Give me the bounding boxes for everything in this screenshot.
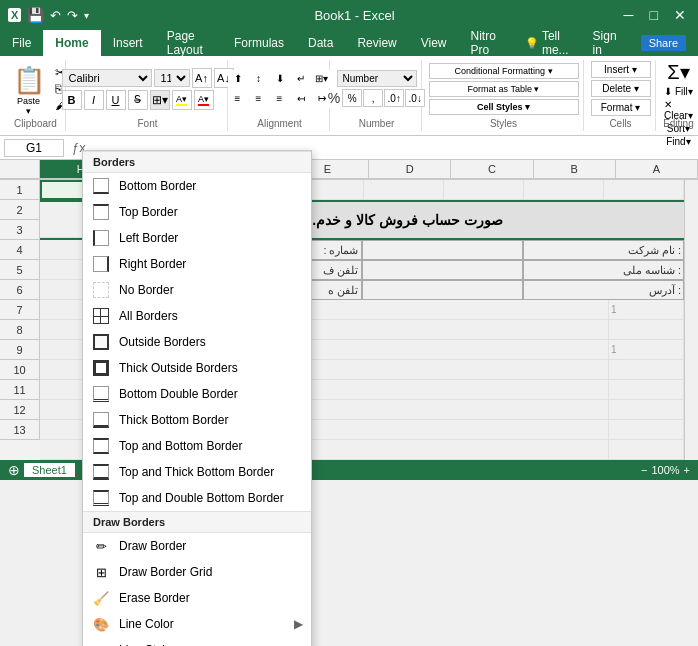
col-header-a[interactable]: A bbox=[616, 160, 698, 179]
cell-f3[interactable] bbox=[362, 240, 523, 260]
thick-outside-borders-item[interactable]: Thick Outside Borders bbox=[83, 355, 311, 381]
cell-d1[interactable] bbox=[364, 180, 444, 200]
cell-b1[interactable] bbox=[524, 180, 604, 200]
align-left-btn[interactable]: ≡ bbox=[228, 90, 248, 108]
format-as-table-btn[interactable]: Format as Table ▾ bbox=[429, 81, 579, 97]
cell-f4[interactable] bbox=[362, 260, 523, 280]
increase-decimal-btn[interactable]: .0↑ bbox=[384, 89, 404, 107]
strikethrough-button[interactable]: S̶ bbox=[128, 90, 148, 110]
draw-border-item[interactable]: ✏ Draw Border bbox=[83, 533, 311, 559]
italic-button[interactable]: I bbox=[84, 90, 104, 110]
zoom-in-btn[interactable]: + bbox=[684, 464, 690, 476]
cell-a7[interactable] bbox=[609, 320, 684, 340]
font-name-select[interactable]: Calibri bbox=[62, 69, 152, 87]
erase-border-item[interactable]: 🧹 Erase Border bbox=[83, 585, 311, 611]
tab-file[interactable]: File bbox=[0, 30, 43, 56]
cell-a1[interactable] bbox=[604, 180, 684, 200]
increase-font-btn[interactable]: A↑ bbox=[192, 68, 212, 88]
bottom-border-item[interactable]: Bottom Border bbox=[83, 173, 311, 199]
find-select-btn[interactable]: Find▾ bbox=[666, 136, 690, 147]
cell-f5[interactable] bbox=[362, 280, 523, 300]
tab-home[interactable]: Home bbox=[43, 30, 100, 56]
tab-insert[interactable]: Insert bbox=[101, 30, 155, 56]
cell-a8[interactable]: 1 bbox=[609, 340, 684, 360]
conditional-formatting-btn[interactable]: Conditional Formatting ▾ bbox=[429, 63, 579, 79]
top-bottom-border-item[interactable]: Top and Bottom Border bbox=[83, 433, 311, 459]
tab-data[interactable]: Data bbox=[296, 30, 345, 56]
cell-c1[interactable] bbox=[444, 180, 524, 200]
cell-company-label[interactable]: : نام شرکت bbox=[523, 240, 684, 260]
right-border-item[interactable]: Right Border bbox=[83, 251, 311, 277]
thick-bottom-border-item[interactable]: Thick Bottom Border bbox=[83, 407, 311, 433]
row-13[interactable]: 13 bbox=[0, 420, 40, 440]
cell-a13[interactable] bbox=[609, 440, 684, 460]
left-border-item[interactable]: Left Border bbox=[83, 225, 311, 251]
cell-national-label[interactable]: : شناسه ملی bbox=[523, 260, 684, 280]
all-borders-item[interactable]: All Borders bbox=[83, 303, 311, 329]
font-color-button[interactable]: A▾ bbox=[194, 90, 214, 110]
align-top-btn[interactable]: ⬆ bbox=[228, 70, 248, 88]
close-btn[interactable]: ✕ bbox=[670, 7, 690, 23]
cell-a11[interactable] bbox=[609, 400, 684, 420]
add-sheet-btn[interactable]: ⊕ bbox=[8, 462, 20, 478]
bottom-double-border-item[interactable]: Bottom Double Border bbox=[83, 381, 311, 407]
align-center-btn[interactable]: ≡ bbox=[249, 90, 269, 108]
row-5[interactable]: 5 bbox=[0, 260, 40, 280]
sheet-tab-1[interactable]: Sheet1 bbox=[24, 463, 75, 477]
row-8[interactable]: 8 bbox=[0, 320, 40, 340]
no-border-item[interactable]: No Border bbox=[83, 277, 311, 303]
align-bottom-btn[interactable]: ⬇ bbox=[270, 70, 290, 88]
tab-view[interactable]: View bbox=[409, 30, 459, 56]
align-right-btn[interactable]: ≡ bbox=[270, 90, 290, 108]
minimize-btn[interactable]: ─ bbox=[620, 7, 638, 23]
delete-cells-btn[interactable]: Delete ▾ bbox=[591, 80, 651, 97]
indent-decrease-btn[interactable]: ↤ bbox=[291, 90, 311, 108]
tab-nitro[interactable]: Nitro Pro bbox=[459, 30, 513, 56]
row-7[interactable]: 7 bbox=[0, 300, 40, 320]
undo-icon[interactable]: ↶ bbox=[50, 8, 61, 23]
cell-a12[interactable] bbox=[609, 420, 684, 440]
row-10[interactable]: 10 bbox=[0, 360, 40, 380]
number-format-select[interactable]: Number bbox=[337, 70, 417, 87]
fill-color-button[interactable]: A▾ bbox=[172, 90, 192, 110]
col-header-d[interactable]: D bbox=[369, 160, 451, 179]
row-3[interactable]: 3 bbox=[0, 220, 40, 240]
col-header-c[interactable]: C bbox=[451, 160, 533, 179]
percent-btn[interactable]: % bbox=[342, 89, 362, 107]
tab-tell-me[interactable]: 💡 Tell me... bbox=[513, 30, 581, 56]
top-thick-bottom-border-item[interactable]: Top and Thick Bottom Border bbox=[83, 459, 311, 485]
draw-border-grid-item[interactable]: ⊞ Draw Border Grid bbox=[83, 559, 311, 585]
tab-page-layout[interactable]: Page Layout bbox=[155, 30, 222, 56]
cell-address-label[interactable]: : آدرس bbox=[523, 280, 684, 300]
col-header-b[interactable]: B bbox=[534, 160, 616, 179]
row-12[interactable]: 12 bbox=[0, 400, 40, 420]
bold-button[interactable]: B bbox=[62, 90, 82, 110]
line-color-item[interactable]: 🎨 Line Color ▶ bbox=[83, 611, 311, 637]
line-style-item[interactable]: ≡ Line Style ▶ bbox=[83, 637, 311, 646]
format-cells-btn[interactable]: Format ▾ bbox=[591, 99, 651, 116]
cell-reference-box[interactable] bbox=[4, 139, 64, 157]
comma-btn[interactable]: , bbox=[363, 89, 383, 107]
paste-button[interactable]: 📋 Paste ▾ bbox=[5, 61, 53, 117]
restore-btn[interactable]: □ bbox=[646, 7, 662, 23]
underline-button[interactable]: U bbox=[106, 90, 126, 110]
zoom-out-btn[interactable]: − bbox=[641, 464, 647, 476]
cell-styles-btn[interactable]: Cell Styles ▾ bbox=[429, 99, 579, 115]
save-icon[interactable]: 💾 bbox=[27, 7, 44, 23]
insert-cells-btn[interactable]: Insert ▾ bbox=[591, 61, 651, 78]
redo-icon[interactable]: ↷ bbox=[67, 8, 78, 23]
row-6[interactable]: 6 bbox=[0, 280, 40, 300]
tab-sign-in[interactable]: Sign in bbox=[581, 30, 629, 56]
borders-button[interactable]: ⊞▾ bbox=[150, 90, 170, 110]
fill-btn[interactable]: ⬇ Fill▾ bbox=[664, 86, 693, 97]
row-2[interactable]: 2 bbox=[0, 200, 40, 220]
cell-a6[interactable]: 1 bbox=[609, 300, 684, 320]
outside-borders-item[interactable]: Outside Borders bbox=[83, 329, 311, 355]
row-11[interactable]: 11 bbox=[0, 380, 40, 400]
select-all-button[interactable] bbox=[0, 160, 40, 179]
sigma-btn[interactable]: Σ▾ bbox=[667, 60, 689, 84]
tab-formulas[interactable]: Formulas bbox=[222, 30, 296, 56]
decrease-decimal-btn[interactable]: .0↓ bbox=[405, 89, 425, 107]
tab-review[interactable]: Review bbox=[345, 30, 408, 56]
vertical-scrollbar[interactable] bbox=[684, 180, 698, 460]
